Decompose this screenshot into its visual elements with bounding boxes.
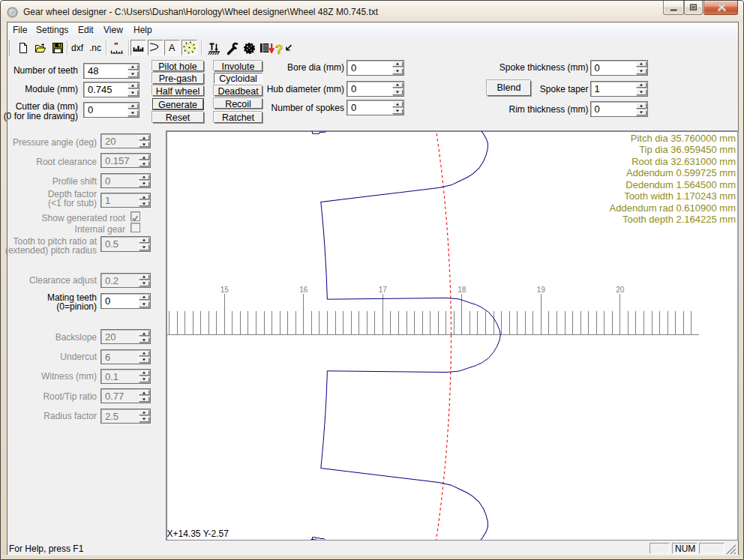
svg-text:Addendum 0.599725 mm: Addendum 0.599725 mm xyxy=(626,167,736,178)
svg-text:Dedendum 1.564500 mm: Dedendum 1.564500 mm xyxy=(626,179,736,190)
svg-text:16: 16 xyxy=(299,286,308,294)
svg-text:Addendum rad 0.610900 mm: Addendum rad 0.610900 mm xyxy=(610,202,736,214)
svg-text:19: 19 xyxy=(537,286,546,294)
svg-text:Tooth width 1.170243 mm: Tooth width 1.170243 mm xyxy=(624,190,736,202)
svg-text:15: 15 xyxy=(220,286,230,294)
svg-text:17: 17 xyxy=(379,286,388,294)
svg-text:Tip dia 36.959450 mm: Tip dia 36.959450 mm xyxy=(639,144,736,155)
svg-text:Tooth depth 2.164225 mm: Tooth depth 2.164225 mm xyxy=(622,214,736,225)
svg-text:X+14.35 Y-2.57: X+14.35 Y-2.57 xyxy=(167,529,229,539)
svg-text:Pitch dia 35.760000 mm: Pitch dia 35.760000 mm xyxy=(631,133,736,144)
svg-text:A: A xyxy=(169,43,176,53)
svg-text:?: ? xyxy=(275,43,283,57)
svg-text:18: 18 xyxy=(458,286,466,294)
svg-text:Root dia 32.631000 mm: Root dia 32.631000 mm xyxy=(632,156,736,167)
svg-text:20: 20 xyxy=(616,286,625,294)
svg-text:”: ” xyxy=(114,42,118,50)
